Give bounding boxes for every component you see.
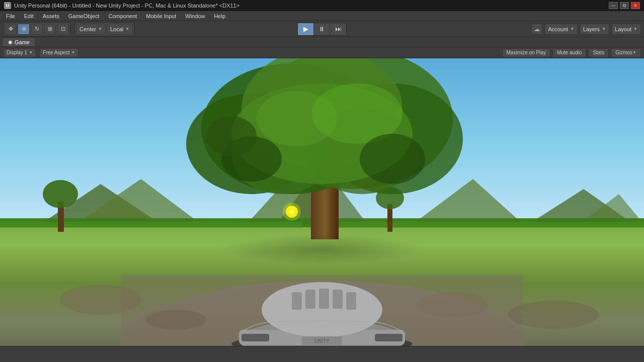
restore-button[interactable]: ⧉ [620,2,629,9]
rotate-tool[interactable]: ↻ [31,24,43,35]
transform-tools: ✥ ⊕ ↻ ⊞ ⊡ [3,22,70,36]
game-tab-icon: ◉ [8,39,13,45]
scale-tool[interactable]: ⊞ [44,24,56,35]
menu-assets[interactable]: Assets [39,12,63,20]
svg-rect-43 [319,289,329,309]
svg-point-31 [206,116,257,156]
svg-rect-12 [0,222,302,228]
close-button[interactable]: ✕ [631,2,640,9]
pivot-dropdown[interactable]: Center ▼ [76,24,106,35]
svg-text:UNITY: UNITY [314,338,330,344]
play-controls: ▶ ⏸ ⏭ [297,23,347,36]
layers-dropdown[interactable]: Layers ▼ [580,24,609,35]
svg-rect-13 [327,222,644,228]
layout-dropdown[interactable]: Layout ▼ [611,24,641,35]
pivot-group: Center ▼ Local ▼ [74,22,134,36]
stats-label: Stats [593,50,604,55]
account-dropdown[interactable]: Account ▼ [544,24,578,35]
menu-bar: File Edit Assets GameObject Component Mo… [0,11,644,21]
menu-file[interactable]: File [2,12,19,20]
svg-rect-44 [333,290,343,309]
aspect-chevron: ▼ [71,50,75,55]
layout-chevron: ▼ [633,27,637,31]
svg-point-30 [360,134,425,184]
menu-component[interactable]: Component [104,12,141,20]
space-dropdown[interactable]: Local ▼ [107,24,133,35]
account-label: Account [548,26,568,32]
svg-point-36 [508,301,599,329]
gizmos-chevron: ▼ [632,50,636,55]
menu-edit[interactable]: Edit [20,12,38,20]
game-viewport[interactable]: UNITY [0,58,644,346]
svg-point-32 [221,234,423,264]
svg-rect-41 [292,292,302,310]
minimize-button[interactable]: — [609,2,618,9]
account-chevron: ▼ [570,27,574,31]
layout-label: Layout [615,26,631,32]
menu-gameobject[interactable]: GameObject [64,12,104,20]
space-chevron: ▼ [125,27,129,31]
layers-label: Layers [583,26,600,32]
title-bar: U Unity Personal (64bit) - Untitled - Ne… [0,0,644,11]
unity-logo: U [4,2,11,9]
svg-point-33 [60,285,141,315]
mute-label: Mute audio [557,50,582,55]
svg-rect-42 [305,290,315,309]
svg-point-53 [283,203,301,221]
display-dropdown[interactable]: Display 1 ▼ [3,48,36,57]
scene-svg: UNITY [0,58,644,346]
pause-button[interactable]: ⏸ [314,23,330,35]
hand-tool[interactable]: ✥ [5,24,17,35]
layers-chevron: ▼ [602,27,606,31]
display-label: Display 1 [7,50,27,55]
move-tool[interactable]: ⊕ [18,24,30,35]
maximize-on-play-button[interactable]: Maximize on Play [502,48,550,57]
aspect-dropdown[interactable]: Free Aspect ▼ [39,48,78,57]
gizmos-dropdown[interactable]: Gizmos ▼ [611,48,641,57]
stats-button[interactable]: Stats [588,48,609,57]
svg-rect-46 [242,334,269,341]
svg-rect-47 [375,334,403,341]
aspect-label: Free Aspect [43,50,69,55]
maximize-label: Maximize on Play [507,50,546,55]
game-toolbar: Display 1 ▼ Free Aspect ▼ Maximize on Pl… [0,47,644,58]
svg-rect-45 [346,292,356,310]
display-chevron: ▼ [29,50,33,55]
space-label: Local [110,26,123,32]
toolbar: ✥ ⊕ ↻ ⊞ ⊡ Center ▼ Local ▼ ▶ ⏸ ⏭ ☁ Accou… [0,21,644,37]
game-tab[interactable]: ◉ Game [3,38,35,46]
step-button[interactable]: ⏭ [330,23,346,35]
pivot-chevron: ▼ [98,27,102,31]
status-bar [0,346,644,355]
pivot-label: Center [79,26,96,32]
svg-point-34 [146,310,206,330]
svg-point-35 [418,292,488,317]
window-title: Unity Personal (64bit) - Untitled - New … [14,3,606,9]
menu-mobileinput[interactable]: Mobile Input [142,12,180,20]
rect-tool[interactable]: ⊡ [57,24,69,35]
svg-point-15 [43,180,78,208]
mute-audio-button[interactable]: Mute audio [552,48,586,57]
menu-help[interactable]: Help [210,12,229,20]
game-tab-label: Game [15,39,30,45]
play-button[interactable]: ▶ [298,23,314,35]
menu-window[interactable]: Window [181,12,209,20]
tab-bar: ◉ Game [0,37,644,47]
gizmos-label: Gizmos [615,50,632,55]
cloud-button[interactable]: ☁ [531,24,542,35]
window-controls: — ⧉ ✕ [609,2,640,9]
game-toolbar-right: Maximize on Play Mute audio Stats Gizmos… [502,48,641,57]
